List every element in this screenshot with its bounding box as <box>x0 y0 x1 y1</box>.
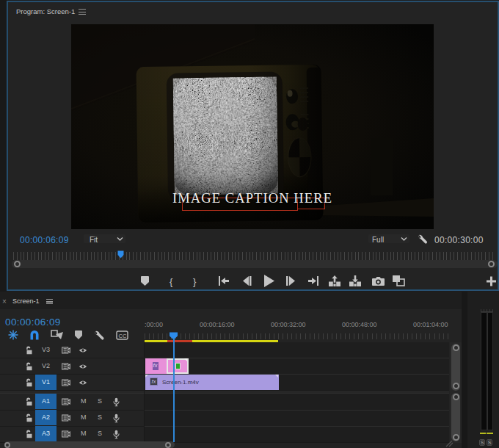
svg-text:}: } <box>193 276 197 287</box>
svg-text:CC: CC <box>119 333 127 339</box>
svg-text:{: { <box>170 276 173 287</box>
